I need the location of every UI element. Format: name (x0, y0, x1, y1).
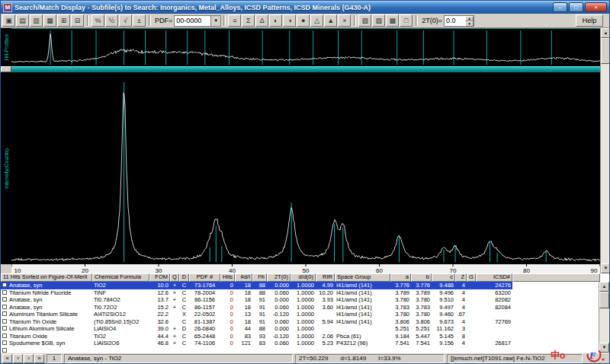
table-row[interactable]: Titanium Tin Oxide(Ti0.85Sn0.15)O232.6C8… (1, 318, 599, 326)
contrast-icon[interactable]: ◐ (269, 14, 282, 27)
table-row[interactable]: Titanium OxideTiO244.4+C65-244808393-0.1… (1, 333, 599, 340)
peak-outline-icon[interactable]: △ (310, 14, 323, 27)
overlay-checkbox[interactable] (2, 334, 7, 338)
chevron-down-icon[interactable]: ▼ (210, 16, 220, 26)
hit-number-field[interactable]: 1 (47, 354, 62, 363)
cell (390, 347, 411, 353)
column-header-a[interactable]: a (390, 273, 411, 282)
column-header--d-i[interactable]: #d/I (235, 273, 252, 282)
tile-horizontal-icon[interactable]: ▤ (16, 14, 29, 27)
column-header-space-group[interactable]: Space Group (335, 273, 390, 282)
overlay-checkbox[interactable] (2, 348, 7, 353)
column-header-b[interactable]: b (411, 273, 432, 282)
divider-bar[interactable] (11, 66, 600, 72)
hit-profiles-plot[interactable] (11, 28, 600, 66)
spin-up-icon[interactable]: ▲ (465, 16, 474, 21)
previous-hit-button[interactable]: ‹ (13, 354, 23, 363)
invert-icon[interactable]: ◑ (283, 14, 296, 27)
pattern-hatch-icon[interactable]: ▨ (372, 14, 385, 27)
pane-divider[interactable] (1, 66, 600, 72)
minimize-button[interactable]: – (553, 2, 567, 12)
overlay-checkbox[interactable] (2, 340, 7, 345)
diffraction-pattern-plot[interactable] (11, 72, 600, 264)
scroll-down-icon[interactable]: ▼ (601, 263, 610, 273)
column-header-2t-0-[interactable]: 2T(0) (267, 273, 291, 282)
column-header-rir[interactable]: RIR (316, 273, 335, 282)
column-header-d-d-0-[interactable]: d/d(0) (291, 273, 316, 282)
maximize-button[interactable]: □ (569, 2, 583, 12)
column-header-icsd-[interactable]: ICSD# (476, 273, 512, 282)
pdf-number-combo[interactable]: 00-0000 ▼ (174, 15, 221, 27)
table-row[interactable]: Anatase, synTiO210.0+C73-1764018880.0001… (1, 282, 599, 289)
cell (467, 311, 476, 318)
new-window-icon[interactable]: ▣ (2, 14, 15, 27)
delta-icon[interactable]: Δ (255, 14, 268, 27)
table-row[interactable]: Titanium Nitride FluorideTiNF12.6+C78-20… (1, 289, 599, 297)
cell: D (179, 325, 189, 333)
close-button[interactable]: × (585, 2, 607, 12)
scrollbar-track[interactable] (599, 308, 609, 343)
table-row[interactable]: Aluminum Titanium SilicateAl4Ti2SiO1222.… (1, 311, 599, 318)
grid-view-icon[interactable]: ▦ (43, 14, 56, 27)
overlay-checkbox[interactable] (2, 283, 7, 287)
next-hit-button[interactable]: › (24, 354, 34, 363)
toolbar-group-display: ≡ΣΔ◐◑●△▲× (228, 14, 352, 27)
spin-down-icon[interactable]: ▼ (465, 21, 474, 27)
scroll-up-icon[interactable]: ▲ (599, 282, 609, 292)
table-row[interactable]: Anatase, synTi0.784O213.7+C86-1156018910… (1, 296, 599, 304)
cell (467, 296, 476, 304)
overlay-checkbox[interactable] (2, 319, 7, 324)
column-header-q[interactable]: Q (170, 273, 179, 282)
pattern-blank-icon[interactable]: □ (400, 14, 413, 27)
clear-overlay-icon[interactable]: × (338, 14, 351, 27)
column-header-hits-sorted[interactable]: 11 Hits Sorted on Figure-Of-Merit (1, 273, 92, 282)
peak-fill-icon[interactable]: ▲ (324, 14, 337, 27)
column-header-i-[interactable]: I% (252, 273, 267, 282)
error-bars-icon[interactable]: ± (133, 14, 146, 27)
column-header-z[interactable]: Z (455, 273, 467, 282)
last-hit-button[interactable]: » (34, 354, 44, 363)
sum-icon[interactable]: Σ (242, 14, 255, 27)
half-scale-icon[interactable]: ½ (105, 14, 118, 27)
twotheta-offset-spinner[interactable]: 0.0 ▲ ▼ (444, 15, 474, 27)
marker-icon[interactable]: ● (297, 14, 310, 27)
pattern-grid-icon[interactable]: ▧ (358, 14, 371, 27)
column-header-fom[interactable]: FOM (149, 273, 170, 282)
zoom-out-icon[interactable]: ⊟ (71, 14, 84, 27)
column-header-hits[interactable]: Hits (220, 273, 235, 282)
divider-handle[interactable] (1, 66, 11, 72)
column-header-g[interactable]: G (467, 273, 476, 282)
list-icon[interactable]: ≡ (228, 14, 241, 27)
scrollbar-thumb[interactable] (601, 38, 610, 64)
column-header-chemical-formula[interactable]: Chemical Formula (92, 273, 149, 282)
cell: 0.000 (267, 282, 291, 289)
svg-text:60: 60 (376, 267, 383, 274)
scroll-up-icon[interactable]: ▲ (601, 28, 610, 38)
percent-scale-icon[interactable]: % (92, 14, 104, 27)
help-button[interactable]: Help (576, 14, 603, 27)
pattern-dense-icon[interactable]: ▩ (386, 14, 399, 27)
chart-scrollbar[interactable]: ▲ ▼ (600, 28, 610, 273)
cell: I41/amd (141) (335, 318, 390, 326)
cell: 72769 (476, 318, 512, 326)
overlay-checkbox[interactable] (2, 290, 7, 295)
cell (316, 347, 335, 353)
table-row[interactable]: Lithium Aluminum SilicateLiAlSiO439.0+D2… (1, 325, 599, 333)
zoom-in-icon[interactable]: ⊞ (57, 14, 70, 27)
column-header-d[interactable]: D (179, 273, 189, 282)
tile-vertical-icon[interactable]: ▥ (30, 14, 43, 27)
table-row[interactable] (1, 347, 599, 353)
sqrt-scale-icon[interactable]: √ (119, 14, 132, 27)
first-hit-button[interactable]: « (2, 354, 12, 363)
overlay-checkbox[interactable] (2, 305, 7, 309)
table-scrollbar[interactable]: ▲ ▼ (599, 282, 609, 353)
overlay-checkbox[interactable] (2, 311, 7, 316)
table-row[interactable]: Spodumene $GB, synLiAlSi2O646.8+C74-1106… (1, 340, 599, 347)
overlay-checkbox[interactable] (2, 297, 7, 302)
overlay-checkbox[interactable] (2, 326, 7, 330)
column-header-c[interactable]: c (432, 273, 455, 282)
scrollbar-thumb[interactable] (599, 292, 609, 308)
column-header-pdf-[interactable]: PDF # (189, 273, 220, 282)
table-row[interactable]: Anatase, synTi0.72O215.2+C86-1157018910.… (1, 304, 599, 311)
scrollbar-track[interactable] (601, 64, 610, 263)
